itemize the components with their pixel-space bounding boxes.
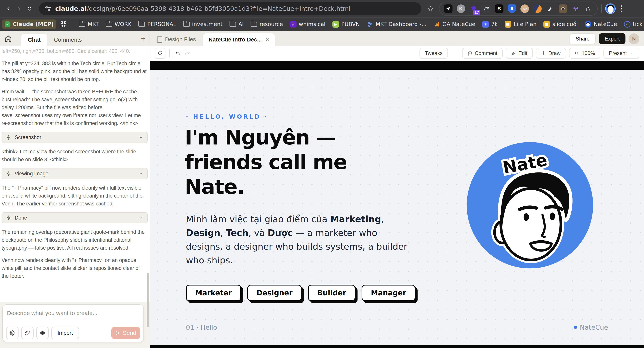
bookmark-apps-grid[interactable]: [58, 20, 69, 29]
camera-extension-icon[interactable]: [559, 4, 567, 13]
browser-toolbar: claude.ai/design/p/6ee096aa-5398-4318-b4…: [0, 0, 644, 17]
user-avatar[interactable]: N: [628, 33, 639, 44]
prompt-input[interactable]: Describe what you want to create... Impo…: [2, 304, 144, 342]
send-button[interactable]: Send: [112, 327, 140, 339]
tool-collapsible-screenshot[interactable]: Screenshot: [2, 132, 148, 143]
browser-menu-icon[interactable]: [621, 5, 622, 12]
slide-footer: 01 · Hello NateCue: [186, 324, 608, 331]
bookmark-ga-natecue[interactable]: GA NateCue: [431, 19, 478, 29]
bookmark-claude-mcp[interactable]: ✓ Claude (MCP): [2, 19, 56, 29]
comment-button[interactable]: Comment: [462, 48, 503, 59]
back-arrow-icon: [6, 6, 12, 11]
bookmark-pubvn[interactable]: ▶PUBVN: [330, 19, 362, 29]
puzzle-extensions-icon[interactable]: [584, 4, 593, 13]
bookmark-natecue[interactable]: NateCue: [582, 19, 620, 29]
slide-hello[interactable]: · HELLO, WORLD · I'm Nguyên — friends ca…: [150, 70, 644, 345]
home-icon[interactable]: [4, 34, 12, 43]
bookmark-folder-investment[interactable]: investment: [180, 19, 225, 29]
reload-button[interactable]: [24, 3, 35, 14]
avatar-extension-icon[interactable]: [520, 4, 529, 13]
redo-icon[interactable]: [185, 50, 190, 56]
f-extension-icon[interactable]: f?: [482, 4, 491, 13]
address-bar[interactable]: claude.ai/design/p/6ee096aa-5398-4318-b4…: [39, 2, 421, 15]
s-extension-icon[interactable]: S: [495, 4, 504, 13]
slide-edge-top: [150, 61, 644, 70]
sidebar-scrollbar[interactable]: [147, 273, 149, 327]
reload-icon: [27, 6, 32, 11]
bolt-icon: [6, 134, 12, 140]
analytics-bars-icon: [434, 21, 440, 27]
chat-message: <think> Let me view the second screensho…: [2, 148, 148, 164]
present-button[interactable]: Present: [604, 48, 639, 59]
brand-mark: NateCue: [574, 324, 608, 331]
bookmark-folder-mkt[interactable]: MKT: [76, 19, 101, 29]
bookmark-life-plan[interactable]: Life Plan: [502, 19, 539, 29]
tool-collapsible-viewing-image[interactable]: Viewing image: [2, 168, 148, 179]
forward-button[interactable]: [14, 3, 24, 14]
tab-natecue-intro-deck[interactable]: NateCue Intro Dec... ×: [203, 33, 275, 46]
k-extension-icon[interactable]: K: [457, 4, 465, 13]
nodes-icon: [367, 21, 373, 27]
avatar-face: [608, 6, 614, 13]
doc-icon: [544, 21, 550, 27]
eyedropper-extension-icon[interactable]: [546, 4, 554, 13]
shield-extension-icon[interactable]: [508, 4, 516, 13]
gem-extension-icon[interactable]: 17: [470, 4, 478, 13]
spark-icon: ✶: [482, 21, 489, 27]
chat-sidebar: Chat Comments + left=250, right=730, bot…: [0, 31, 150, 348]
zoom-button[interactable]: 100%: [569, 48, 600, 59]
close-tab-icon[interactable]: ×: [266, 36, 269, 43]
pill-manager: Manager: [362, 285, 416, 301]
browser-profile-avatar[interactable]: [605, 3, 616, 14]
share-button[interactable]: Share: [570, 33, 596, 44]
tweaks-button[interactable]: Tweaks: [420, 48, 448, 59]
slide-paragraph: Mình làm việc tại giao điểm của Marketin…: [186, 212, 416, 267]
bookmark-mkt-dashboard[interactable]: MKT Dashboard -...: [364, 19, 429, 29]
chevron-down-icon: [138, 215, 144, 220]
file-tabbar: Design Files NateCue Intro Dec... × Shar…: [150, 31, 644, 46]
chat-message: The "+ Pharmacy" pill now renders cleanl…: [2, 184, 148, 208]
paper-plane-extension-icon[interactable]: [444, 4, 452, 13]
site-settings-icon[interactable]: [44, 5, 52, 12]
chat-message: The pill at y=324..383 is within the Tec…: [2, 60, 148, 83]
tab-chat[interactable]: Chat: [21, 34, 47, 46]
magnifier-icon: [574, 51, 579, 56]
bookmark-whimsical[interactable]: ⠗whimsical: [287, 19, 328, 29]
edit-button[interactable]: Edit: [506, 48, 533, 59]
design-canvas: Design Files NateCue Intro Dec... × Shar…: [150, 31, 644, 348]
refresh-preview-button[interactable]: [155, 48, 166, 59]
butterfly-extension-icon[interactable]: [572, 4, 580, 13]
chevron-down-icon: [138, 171, 144, 176]
undo-icon[interactable]: [176, 50, 181, 56]
bookmark-7k[interactable]: ✶7k: [480, 19, 500, 29]
forward-arrow-icon: [16, 6, 22, 11]
voice-button[interactable]: [36, 327, 49, 339]
slide-edge-bottom: [150, 345, 644, 348]
feather-pen-icon: [511, 51, 516, 56]
bookmark-folder-resource[interactable]: resource: [248, 19, 286, 29]
app-body: Chat Comments + left=250, right=730, bot…: [0, 31, 644, 348]
slide-headline: I'm Nguyên — friends call me Nate.: [185, 125, 347, 199]
swirl-extension-icon[interactable]: [533, 4, 542, 13]
settings-button[interactable]: [6, 327, 18, 339]
bookmark-star-icon[interactable]: ☆: [427, 4, 434, 13]
back-button[interactable]: [4, 3, 14, 14]
tab-comments[interactable]: Comments: [47, 34, 88, 46]
canvas-header-actions: Share Export N: [570, 33, 639, 44]
tab-design-files[interactable]: Design Files: [155, 33, 198, 46]
folder-icon: [183, 22, 190, 27]
bookmark-folder-ai[interactable]: AI: [227, 19, 246, 29]
bookmark-folder-work[interactable]: WORK: [103, 19, 134, 29]
tool-collapsible-done[interactable]: Done: [2, 212, 148, 223]
new-chat-button[interactable]: +: [141, 35, 145, 42]
attach-button[interactable]: [21, 327, 34, 339]
bookmark-tick[interactable]: ✓tick: [621, 19, 644, 29]
draw-button[interactable]: Draw: [536, 48, 566, 59]
bookmark-folder-personal[interactable]: PERSONAL: [136, 19, 179, 29]
import-button[interactable]: Import: [51, 327, 79, 339]
tick-icon: ✓: [624, 21, 630, 27]
bolt-icon: [6, 215, 12, 221]
bookmark-slide-cuoi[interactable]: slide cưới: [541, 19, 580, 29]
file-icon: [157, 36, 162, 43]
export-button[interactable]: Export: [599, 33, 626, 44]
